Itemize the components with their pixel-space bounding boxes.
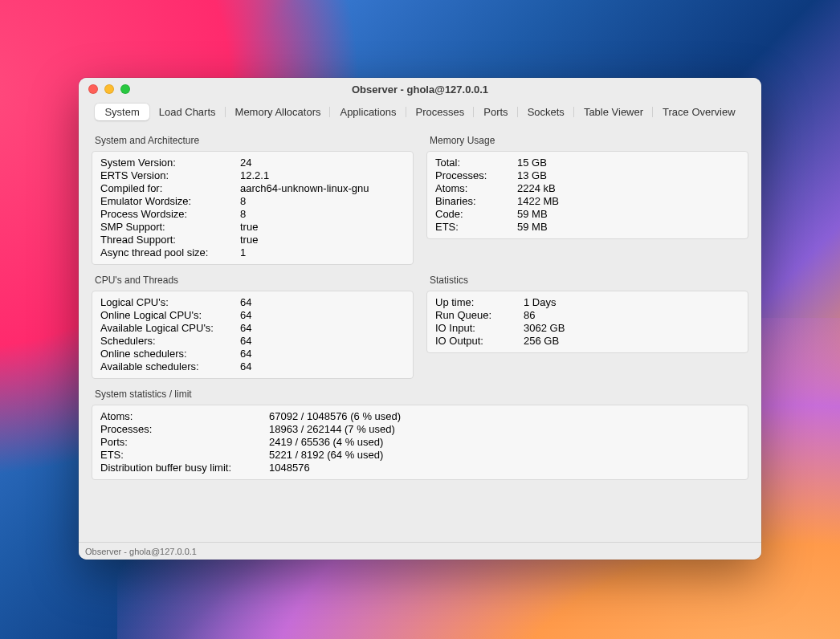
content-area: System and Architecture System Version:2… bbox=[79, 125, 761, 542]
row-io-input: IO Input:3062 GB bbox=[435, 322, 740, 335]
panel-title: System and Architecture bbox=[92, 135, 414, 151]
panel-body: System Version:24 ERTS Version:12.2.1 Co… bbox=[92, 151, 414, 265]
row-erts-version: ERTS Version:12.2.1 bbox=[100, 169, 405, 182]
panel-body: Atoms:67092 / 1048576 (6 % used) Process… bbox=[92, 405, 748, 480]
panel-body: Up time:1 Days Run Queue:86 IO Input:306… bbox=[426, 291, 748, 353]
row-async-pool: Async thread pool size:1 bbox=[100, 246, 405, 259]
row-limit-atoms: Atoms:67092 / 1048576 (6 % used) bbox=[100, 410, 740, 423]
cpus-threads-panel: CPU's and Threads Logical CPU's:64 Onlin… bbox=[92, 275, 414, 379]
row-emu-wordsize: Emulator Wordsize:8 bbox=[100, 195, 405, 208]
observer-window: Observer - ghola@127.0.0.1 System Load C… bbox=[79, 78, 761, 560]
system-architecture-panel: System and Architecture System Version:2… bbox=[92, 135, 414, 265]
tab-table-viewer[interactable]: Table Viewer bbox=[574, 104, 653, 120]
row-online-logical-cpus: Online Logical CPU's:64 bbox=[100, 309, 405, 322]
row-smp-support: SMP Support:true bbox=[100, 221, 405, 234]
row-limit-dist-buffer: Distribution buffer busy limit:1048576 bbox=[100, 462, 740, 474]
row-run-queue: Run Queue:86 bbox=[435, 309, 740, 322]
row-thread-support: Thread Support:true bbox=[100, 234, 405, 246]
row-system-version: System Version:24 bbox=[100, 157, 405, 169]
tab-applications[interactable]: Applications bbox=[330, 104, 406, 120]
row-available-schedulers: Available schedulers:64 bbox=[100, 360, 405, 373]
panel-title: System statistics / limit bbox=[92, 389, 748, 405]
titlebar[interactable]: Observer - ghola@127.0.0.1 bbox=[79, 78, 761, 100]
traffic-lights bbox=[88, 84, 130, 94]
row-proc-wordsize: Process Wordsize:8 bbox=[100, 208, 405, 221]
tab-sockets[interactable]: Sockets bbox=[518, 104, 574, 120]
tab-processes[interactable]: Processes bbox=[406, 104, 475, 120]
tab-load-charts[interactable]: Load Charts bbox=[149, 104, 226, 120]
statusbar: Observer - ghola@127.0.0.1 bbox=[79, 542, 761, 560]
row-uptime: Up time:1 Days bbox=[435, 296, 740, 309]
system-limits-panel: System statistics / limit Atoms:67092 / … bbox=[92, 389, 748, 480]
zoom-icon[interactable] bbox=[120, 84, 130, 94]
row-mem-binaries: Binaries:1422 MB bbox=[435, 195, 740, 208]
panel-body: Logical CPU's:64 Online Logical CPU's:64… bbox=[92, 291, 414, 379]
row-mem-code: Code:59 MB bbox=[435, 208, 740, 221]
tab-system[interactable]: System bbox=[95, 104, 149, 120]
row-mem-total: Total:15 GB bbox=[435, 157, 740, 169]
tabbar: System Load Charts Memory Allocators App… bbox=[79, 100, 761, 125]
row-schedulers: Schedulers:64 bbox=[100, 335, 405, 348]
panel-title: Memory Usage bbox=[426, 135, 748, 151]
row-io-output: IO Output:256 GB bbox=[435, 335, 740, 348]
memory-usage-panel: Memory Usage Total:15 GB Processes:13 GB… bbox=[426, 135, 748, 265]
panel-title: CPU's and Threads bbox=[92, 275, 414, 291]
row-limit-processes: Processes:18963 / 262144 (7 % used) bbox=[100, 423, 740, 436]
row-mem-processes: Processes:13 GB bbox=[435, 169, 740, 182]
row-available-logical-cpus: Available Logical CPU's:64 bbox=[100, 322, 405, 335]
row-mem-atoms: Atoms:2224 kB bbox=[435, 182, 740, 195]
row-online-schedulers: Online schedulers:64 bbox=[100, 348, 405, 360]
row-logical-cpus: Logical CPU's:64 bbox=[100, 296, 405, 309]
minimize-icon[interactable] bbox=[104, 84, 114, 94]
status-text: Observer - ghola@127.0.0.1 bbox=[85, 547, 197, 556]
tab-ports[interactable]: Ports bbox=[474, 104, 517, 120]
panel-title: Statistics bbox=[426, 275, 748, 291]
window-title: Observer - ghola@127.0.0.1 bbox=[79, 83, 761, 96]
statistics-panel: Statistics Up time:1 Days Run Queue:86 I… bbox=[426, 275, 748, 379]
row-compiled-for: Compiled for:aarch64-unknown-linux-gnu bbox=[100, 182, 405, 195]
close-icon[interactable] bbox=[88, 84, 98, 94]
tab-memory-allocators[interactable]: Memory Allocators bbox=[226, 104, 331, 120]
panel-body: Total:15 GB Processes:13 GB Atoms:2224 k… bbox=[426, 151, 748, 239]
row-limit-ports: Ports:2419 / 65536 (4 % used) bbox=[100, 436, 740, 449]
tab-trace-overview[interactable]: Trace Overview bbox=[653, 104, 745, 120]
row-mem-ets: ETS:59 MB bbox=[435, 221, 740, 234]
row-limit-ets: ETS:5221 / 8192 (64 % used) bbox=[100, 449, 740, 462]
